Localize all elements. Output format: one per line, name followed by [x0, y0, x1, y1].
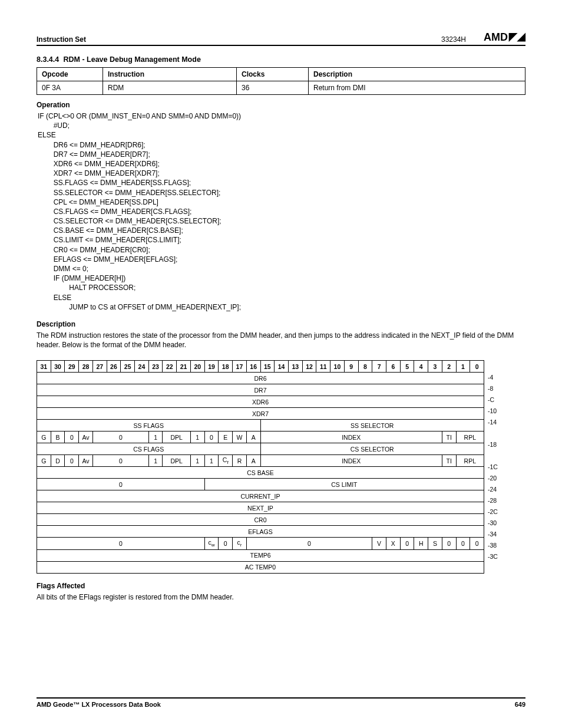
description-text: The RDM instruction restores the state o… [37, 331, 525, 350]
ss-dpl: DPL [163, 431, 190, 443]
offset-label: -14 [488, 416, 498, 427]
row-temp6: TEMP6 [37, 549, 484, 561]
footer-title: AMD Geode™ LX Processors Data Book [37, 701, 161, 708]
section-title: 8.3.4.4 RDM - Leave Debug Management Mod… [37, 55, 525, 64]
offset-label: -C [488, 394, 498, 405]
offset-label: -1C [488, 461, 498, 472]
cs-flags-hdr: CS FLAGS [37, 443, 261, 455]
offset-label: -10 [488, 405, 498, 416]
ss-e: E [219, 431, 233, 443]
offset-label: -34 [488, 528, 498, 539]
page-header: Instruction Set 33234H AMD◤◢ [37, 31, 525, 46]
ss-selector-hdr: SS SELECTOR [260, 420, 484, 431]
ss-z2: 0 [92, 431, 148, 443]
th-clocks: Clocks [237, 68, 309, 81]
bit-col-20: 20 [190, 361, 204, 373]
cs-cf: Cf [219, 455, 233, 467]
operation-heading: Operation [37, 101, 525, 109]
row-currentip: CURRENT_IP [37, 490, 484, 502]
offset-column: -4-8-C-10-14-18-1C-20-24-28-2C-30-34-38-… [488, 360, 498, 562]
bit-col-29: 29 [65, 361, 79, 373]
cs-z2: 0 [92, 455, 148, 467]
bit-col-22: 22 [163, 361, 177, 373]
ss-z3: 0 [204, 431, 219, 443]
bit-col-23: 23 [148, 361, 163, 373]
cs-d: D [51, 455, 65, 467]
ss-z1: 0 [65, 431, 79, 443]
fp-z5: 0 [470, 538, 484, 549]
bit-col-9: 9 [344, 361, 358, 373]
dmm-header-table: 3130292827262524232221201918171615141312… [37, 360, 484, 573]
bit-col-0: 0 [470, 361, 484, 373]
td-clocks: 36 [237, 81, 309, 95]
th-description: Description [309, 68, 525, 81]
row-cr0: CR0 [37, 514, 484, 526]
row-dr6: DR6 [37, 373, 484, 384]
offset-label: -38 [488, 539, 498, 551]
offset-label: -24 [488, 483, 498, 495]
bit-col-16: 16 [246, 361, 260, 373]
cs-one2: 1 [190, 455, 204, 467]
fp-z4: 0 [456, 538, 470, 549]
fp-cr: cr [233, 538, 247, 549]
ss-flags-hdr: SS FLAGS [37, 420, 261, 431]
row-nextip: NEXT_IP [37, 502, 484, 514]
bit-col-17: 17 [233, 361, 247, 373]
ss-rpl: RPL [456, 431, 484, 443]
offset-label [488, 450, 498, 461]
footer-page: 649 [515, 701, 525, 708]
ss-index: INDEX [260, 431, 442, 443]
cs-z1: 0 [65, 455, 79, 467]
bit-col-15: 15 [260, 361, 275, 373]
description-heading: Description [37, 320, 525, 328]
doc-id: 33234H [441, 35, 466, 44]
flags-text: All bits of the EFlags register is resto… [37, 592, 525, 602]
fp-zero1: 0 [37, 538, 205, 549]
cs-ti: TI [442, 455, 456, 467]
page-footer: AMD Geode™ LX Processors Data Book 649 [37, 697, 525, 708]
bit-col-28: 28 [79, 361, 93, 373]
bit-col-2: 2 [442, 361, 456, 373]
bit-col-26: 26 [107, 361, 121, 373]
row-csbase: CS BASE [37, 467, 484, 479]
fp-z: 0 [219, 538, 233, 549]
fp-h: H [414, 538, 428, 549]
cs-dpl: DPL [163, 455, 190, 467]
header-section: Instruction Set [37, 35, 86, 44]
th-instruction: Instruction [103, 68, 237, 81]
ss-g: G [37, 431, 51, 443]
offset-label [488, 427, 498, 439]
offset-label: -4 [488, 371, 498, 383]
ss-w: W [233, 431, 247, 443]
fp-cw: cw [204, 538, 219, 549]
offset-label: -30 [488, 517, 498, 528]
row-cslimit: CS LIMIT [204, 479, 484, 490]
bit-col-7: 7 [372, 361, 386, 373]
cs-one3: 1 [204, 455, 219, 467]
cs-a: A [246, 455, 260, 467]
bit-col-27: 27 [92, 361, 107, 373]
row-eflags: EFLAGS [37, 526, 484, 538]
offset-label: -20 [488, 472, 498, 483]
row-actemp0: AC TEMP0 [37, 561, 484, 573]
bit-col-18: 18 [219, 361, 233, 373]
bit-col-14: 14 [275, 361, 289, 373]
bit-col-11: 11 [316, 361, 330, 373]
section-name: RDM - Leave Debug Management Mode [63, 55, 200, 64]
cs-g: G [37, 455, 51, 467]
bit-col-19: 19 [204, 361, 219, 373]
instruction-table: Opcode Instruction Clocks Description 0F… [37, 67, 525, 95]
bit-col-21: 21 [177, 361, 191, 373]
row-dr7: DR7 [37, 384, 484, 396]
offset-label: -8 [488, 383, 498, 394]
cs-rpl: RPL [456, 455, 484, 467]
bit-col-1: 1 [456, 361, 470, 373]
fp-zero2: 0 [246, 538, 372, 549]
bit-col-31: 31 [37, 361, 51, 373]
ss-one2: 1 [190, 431, 204, 443]
bit-col-12: 12 [302, 361, 316, 373]
offset-label: -18 [488, 439, 498, 450]
bit-col-25: 25 [121, 361, 135, 373]
operation-code: IF (CPL<>0 OR (DMM_INST_EN=0 AND SMM=0 A… [38, 111, 525, 312]
cs-r: R [233, 455, 247, 467]
